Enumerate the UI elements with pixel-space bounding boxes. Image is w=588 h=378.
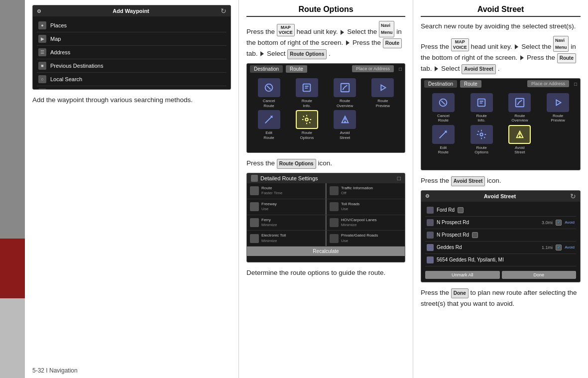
list-item: ■ Previous Destinations bbox=[37, 59, 227, 73]
period-1: . bbox=[329, 50, 331, 57]
places-icon: ● bbox=[38, 21, 46, 29]
geddes-full-icon bbox=[427, 256, 434, 263]
etoll-text: Electronic TollMinimize bbox=[261, 233, 286, 244]
left-caption: Add the waypoint through various searchi… bbox=[32, 95, 231, 106]
nprospect1-dist: 3.0mi bbox=[542, 220, 553, 225]
avoid-footer: Unmark All Done bbox=[421, 269, 580, 281]
page-number: 5-32 I Navigation bbox=[32, 367, 78, 374]
avoid-street-btn: AvoidStreet bbox=[327, 110, 363, 140]
navi-menu-key: NaviMenu bbox=[379, 21, 395, 37]
recalculate-button[interactable]: Recalculate bbox=[247, 247, 405, 256]
left-column: ⚙ Add Waypoint ↻ ● Places ▶ Map ☰ Addres… bbox=[25, 0, 239, 378]
nav-title-icon: ⚙ bbox=[37, 8, 41, 14]
geddes-icon bbox=[427, 244, 434, 251]
svg-rect-5 bbox=[341, 84, 349, 92]
route-preview-btn: RoutePreview bbox=[365, 78, 401, 108]
done-button[interactable]: Done bbox=[502, 271, 577, 279]
route-options-btn: RouteOptions bbox=[289, 110, 325, 140]
nprospect2-checkbox[interactable] bbox=[472, 232, 478, 238]
route-info-icon-r bbox=[470, 93, 493, 112]
route-titlebar: Destination Route Place or Address □ bbox=[247, 64, 405, 74]
press-text-2: Press the bbox=[246, 159, 277, 167]
route-info-icon bbox=[296, 78, 318, 97]
freeway-icon bbox=[250, 202, 259, 211]
sidebar-mid bbox=[0, 239, 25, 298]
right-section-title: Avoid Street bbox=[421, 5, 581, 17]
cancel-route-btn: CancelRoute bbox=[251, 78, 287, 108]
geddes-checkbox[interactable] bbox=[556, 245, 562, 251]
settings-cell: Private/Gated RoadsUse bbox=[327, 231, 405, 246]
ford-rd-checkbox[interactable] bbox=[458, 207, 464, 213]
avoid-done-caption: Press the Done to plan new route after s… bbox=[421, 287, 581, 309]
arrow-icon-2 bbox=[346, 40, 350, 45]
settings-titlebar: Detailed Route Settings □ bbox=[247, 173, 405, 183]
geddes-dist: 1.1mi bbox=[542, 245, 553, 250]
nprospect2-name: N Prospect Rd bbox=[437, 232, 469, 238]
select-r1: Select the bbox=[521, 43, 553, 50]
route-options-icon-r bbox=[470, 125, 493, 144]
route-info-btn-r: RouteInfo. bbox=[464, 93, 500, 123]
settings-screenshot: Detailed Route Settings □ RouteFaster Ti… bbox=[246, 173, 405, 262]
route-setting-icon bbox=[250, 186, 259, 195]
map-voice-key: MAPVOICE bbox=[277, 24, 295, 37]
settings-cell: FerryMinimize bbox=[247, 215, 326, 231]
avoid-street-item-nprospect2: N Prospect Rd bbox=[425, 229, 576, 242]
route-tab-r: Route bbox=[460, 80, 481, 88]
sidebar-bot bbox=[0, 298, 25, 378]
cancel-route-icon bbox=[258, 78, 280, 97]
settings-caption: Determine the route options to guide the… bbox=[246, 267, 405, 278]
private-roads-icon bbox=[330, 234, 339, 243]
tab-text-1: tab. bbox=[246, 50, 259, 57]
avoid-label-2: Avoid bbox=[565, 245, 575, 250]
address-tab-r: Place or Address bbox=[527, 80, 569, 87]
edit-route-icon-r bbox=[432, 125, 455, 144]
press-text-r2: Press the bbox=[421, 177, 451, 184]
right-intro: Search new route by avoiding the selecte… bbox=[421, 21, 581, 32]
nprospect1-checkbox[interactable] bbox=[556, 220, 562, 226]
map-voice-key-r: MAPVOICE bbox=[451, 38, 469, 51]
mid-section-title: Route Options bbox=[246, 5, 405, 17]
avoid-street-titlebar: ⚙ Avoid Street ↻ bbox=[421, 191, 580, 202]
svg-marker-6 bbox=[381, 85, 385, 90]
select-r2: Select bbox=[441, 65, 462, 72]
geddes-full-name: 5654 Geddes Rd, Ypsilanti, MI bbox=[437, 257, 504, 262]
avoid-street-icon-r bbox=[508, 125, 531, 144]
mid-column: Route Options Press the MAPVOICE head un… bbox=[239, 0, 413, 378]
dest-tab-r: Destination bbox=[424, 80, 457, 88]
settings-cell: RouteFaster Time bbox=[247, 183, 326, 199]
press-route-r: Press the bbox=[527, 54, 557, 61]
select-text-1: Select the bbox=[347, 28, 379, 35]
avoid-route-titlebar: Destination Route Place or Address □ bbox=[421, 79, 580, 89]
settings-icon bbox=[251, 175, 258, 182]
nav-title-text: Add Waypoint bbox=[113, 8, 149, 14]
unmark-all-button[interactable]: Unmark All bbox=[425, 271, 500, 279]
sidebar bbox=[0, 0, 25, 378]
sidebar-top bbox=[0, 0, 25, 239]
settings-cell: Traffic InformationOff bbox=[327, 183, 405, 199]
press-done-text: Press the bbox=[421, 289, 451, 296]
settings-row-4: Electronic TollMinimize Private/Gated Ro… bbox=[247, 231, 405, 247]
edit-route-btn: EditRoute bbox=[251, 110, 287, 140]
route-screenshot-1: Destination Route Place or Address □ Can… bbox=[246, 63, 405, 153]
icon-text: icon. bbox=[318, 159, 332, 167]
cancel-route-btn-r: CancelRoute bbox=[425, 93, 462, 123]
poi-icon: ◆ bbox=[38, 89, 46, 90]
avoid-street-list: Ford Rd N Prospect Rd 3.0mi Avoid N Pros… bbox=[421, 202, 580, 269]
route-overview-icon bbox=[334, 78, 356, 97]
svg-point-8 bbox=[306, 118, 309, 121]
local-search-icon: ○ bbox=[38, 75, 46, 83]
avoid-route-screenshot: Destination Route Place or Address □ Can… bbox=[421, 78, 581, 170]
done-badge: Done bbox=[451, 288, 469, 298]
avoid-icon-caption: Press the Avoid Street icon. bbox=[421, 175, 581, 186]
ford-rd-name: Ford Rd bbox=[437, 207, 455, 213]
close-icon: □ bbox=[399, 66, 402, 72]
route-overview-btn-r: RouteOverview bbox=[502, 93, 538, 123]
list-item: ◆ POI Categories bbox=[37, 86, 227, 90]
freeway-text: FreewayUse bbox=[261, 202, 277, 212]
svg-point-10 bbox=[345, 122, 346, 123]
private-roads-text: Private/Gated RoadsUse bbox=[341, 233, 378, 244]
route-icons-grid: CancelRoute RouteInfo. RouteOverview bbox=[247, 74, 405, 144]
hov-text: HOV/Carpool LanesMinimize bbox=[341, 218, 377, 228]
nprospect1-icon bbox=[427, 219, 434, 226]
period-r1: . bbox=[498, 65, 500, 72]
